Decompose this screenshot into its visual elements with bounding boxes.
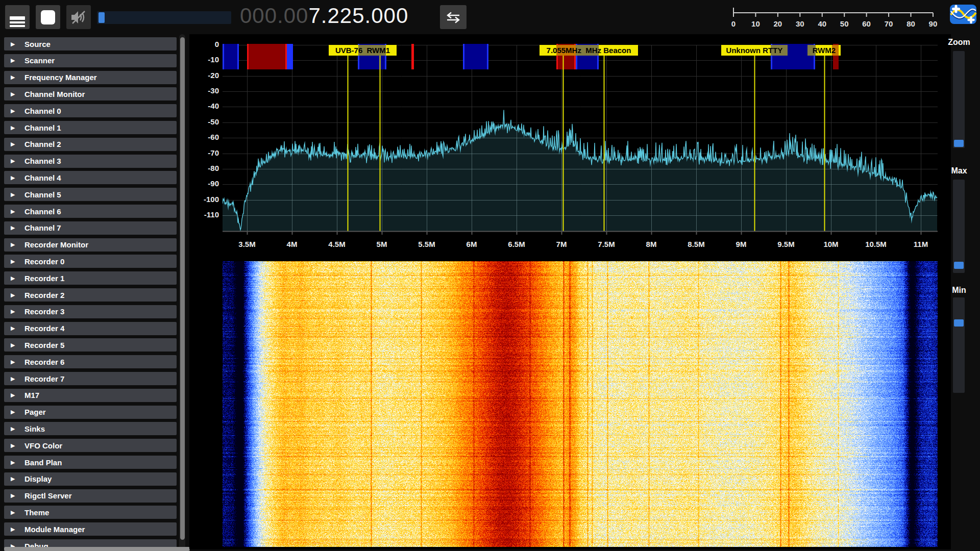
expand-arrow-icon: ▶ [11,392,18,398]
expand-arrow-icon: ▶ [11,41,18,47]
sidebar-item-channel-5[interactable]: ▶Channel 5 [4,188,177,201]
sidebar-item-label: Recorder 4 [24,324,64,333]
expand-arrow-icon: ▶ [11,74,18,81]
fft-x-tick-label: 10.5M [855,240,896,248]
frequency-value[interactable]: 7.225.000 [308,4,408,28]
sidebar-item-vfo-color[interactable]: ▶VFO Color [4,439,177,452]
fft-y-tick-label: -70 [189,148,219,157]
fft-x-tick-label: 3.5M [227,240,267,248]
band-plan-label: Unknown RTTY [721,45,788,56]
band-plan-label: RWM2 [807,45,841,56]
sidebar-item-recorder-7[interactable]: ▶Recorder 7 [4,372,177,385]
expand-arrow-icon: ▶ [11,174,18,181]
sidebar-scrollbar-thumb[interactable] [180,37,185,540]
volume-slider-handle[interactable] [99,12,105,23]
zoom-slider-label: Zoom [946,38,972,47]
sidebar-item-m17[interactable]: ▶M17 [4,389,177,402]
fft-y-tick-label: -40 [189,102,219,110]
sidebar-item-channel-monitor[interactable]: ▶Channel Monitor [4,87,177,101]
sidebar-item-frequency-manager[interactable]: ▶Frequency Manager [4,71,177,84]
sidebar-item-recorder-5[interactable]: ▶Recorder 5 [4,338,177,352]
sidebar-item-channel-3[interactable]: ▶Channel 3 [4,155,177,168]
sidebar-item-channel-1[interactable]: ▶Channel 1 [4,121,177,134]
stop-button[interactable] [36,5,60,29]
fft-x-tick-label: 9.5M [766,240,806,248]
mute-button[interactable] [66,5,91,29]
expand-arrow-icon: ▶ [11,526,18,533]
sidebar-item-scanner[interactable]: ▶Scanner [4,54,177,67]
expand-arrow-icon: ▶ [11,124,18,131]
band-plan-label-text: UVB-76 RWM1 [335,46,390,55]
band-plan-label: UVB-76 RWM1 [329,45,397,56]
hamburger-icon [10,16,25,18]
sidebar-item-channel-0[interactable]: ▶Channel 0 [4,104,177,117]
sidebar-item-label: Sinks [24,424,45,433]
sidebar-item-label: Display [24,474,52,483]
frequency-display[interactable]: 000.007.225.000 [240,2,408,30]
expand-arrow-icon: ▶ [11,224,18,231]
sidebar-item-label: Recorder 0 [24,257,64,266]
fft-x-tick-label: 8M [631,240,672,248]
fft-spectrum-canvas[interactable] [223,43,938,235]
sidebar-item-label: Frequency Manager [24,73,97,82]
sidebar-item-display[interactable]: ▶Display [4,472,177,486]
sidebar-item-pager[interactable]: ▶Pager [4,406,177,419]
sidebar-item-recorder-1[interactable]: ▶Recorder 1 [4,271,177,285]
zoom-slider[interactable] [953,51,965,148]
frequency-leading-zeros[interactable]: 000.00 [240,4,308,28]
sidebar-item-source[interactable]: ▶Source [4,37,177,51]
max-slider[interactable] [953,180,965,273]
expand-arrow-icon: ▶ [11,509,18,516]
sidebar-item-label: Channel 3 [24,157,61,165]
sidebar-item-label: M17 [24,391,39,399]
sidebar-item-module-manager[interactable]: ▶Module Manager [4,522,177,536]
fft-y-tick-label: -50 [189,117,219,126]
sidebar-item-recorder-monitor[interactable]: ▶Recorder Monitor [4,238,177,252]
sidebar-bottom-scrollbar[interactable] [4,547,190,551]
fft-x-tick-label: 5.5M [406,240,447,248]
fft-y-tick-label: -10 [189,55,219,64]
fft-y-tick-label: -60 [189,133,219,141]
snr-tick-label: 80 [906,19,915,28]
sidebar-item-label: Channel 4 [24,173,61,182]
sidebar-item-band-plan[interactable]: ▶Band Plan [4,456,177,469]
snr-meter: 0102030405060708090 [728,3,939,32]
sidebar-item-recorder-2[interactable]: ▶Recorder 2 [4,288,177,302]
snr-tick-label: 70 [885,19,893,28]
swap-iq-button[interactable] [440,5,467,29]
menu-button[interactable] [5,5,30,29]
fft-y-tick-label: 0 [189,40,219,48]
sidebar-item-sinks[interactable]: ▶Sinks [4,422,177,435]
fft-x-tick-label: 10M [811,240,851,248]
max-slider-handle[interactable] [954,262,964,269]
sidebar-item-recorder-6[interactable]: ▶Recorder 6 [4,355,177,368]
sidebar-item-channel-2[interactable]: ▶Channel 2 [4,138,177,151]
min-slider-handle[interactable] [954,319,964,327]
snr-tick-label: 10 [751,19,760,28]
sidebar-item-recorder-4[interactable]: ▶Recorder 4 [4,322,177,335]
expand-arrow-icon: ▶ [11,308,18,315]
expand-arrow-icon: ▶ [11,91,18,97]
expand-arrow-icon: ▶ [11,475,18,482]
zoom-slider-handle[interactable] [954,140,964,147]
sidebar-scrollbar[interactable] [179,34,185,551]
sidebar-item-label: Band Plan [24,458,62,467]
sidebar-item-label: Channel 5 [24,190,61,199]
snr-tick-label: 30 [796,19,804,28]
sidebar-item-theme[interactable]: ▶Theme [4,506,177,519]
expand-arrow-icon: ▶ [11,191,18,198]
sidebar-item-channel-4[interactable]: ▶Channel 4 [4,171,177,184]
sidebar-item-recorder-0[interactable]: ▶Recorder 0 [4,255,177,268]
expand-arrow-icon: ▶ [11,325,18,332]
fft-x-tick-label: 6.5M [496,240,537,248]
waterfall-canvas[interactable] [223,261,938,547]
sidebar-item-channel-7[interactable]: ▶Channel 7 [4,221,177,235]
sidebar-item-channel-6[interactable]: ▶Channel 6 [4,205,177,218]
snr-tick-label: 20 [774,19,782,28]
volume-slider[interactable] [97,11,231,24]
min-slider[interactable] [953,297,965,393]
expand-arrow-icon: ▶ [11,208,18,215]
snr-tick-label: 60 [862,19,871,28]
sidebar-item-recorder-3[interactable]: ▶Recorder 3 [4,305,177,318]
sidebar-item-rigctl-server[interactable]: ▶Rigctl Server [4,489,177,503]
